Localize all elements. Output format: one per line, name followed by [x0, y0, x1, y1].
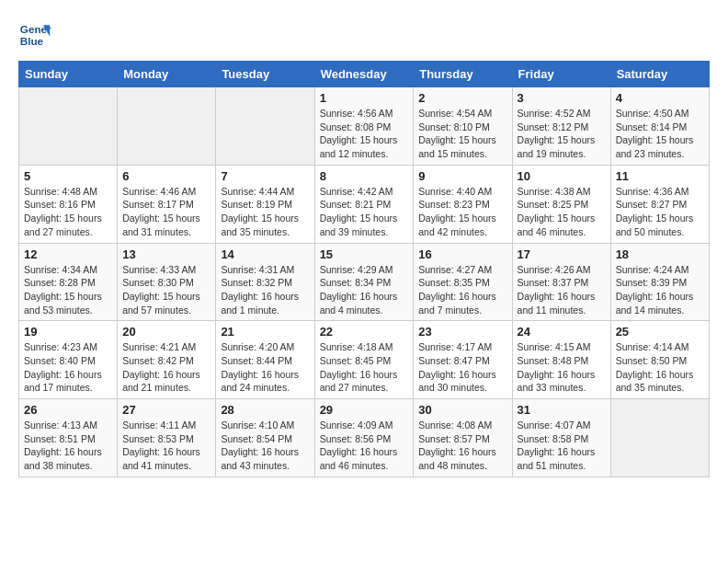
day-number: 14: [221, 247, 309, 261]
calendar-cell: 14Sunrise: 4:31 AM Sunset: 8:32 PM Dayli…: [216, 243, 314, 321]
calendar-cell: 31Sunrise: 4:07 AM Sunset: 8:58 PM Dayli…: [512, 399, 610, 477]
day-info: Sunrise: 4:38 AM Sunset: 8:25 PM Dayligh…: [518, 185, 606, 239]
day-number: 2: [418, 91, 506, 105]
calendar-cell: 22Sunrise: 4:18 AM Sunset: 8:45 PM Dayli…: [314, 321, 414, 399]
day-info: Sunrise: 4:23 AM Sunset: 8:40 PM Dayligh…: [24, 340, 112, 395]
calendar-cell: 20Sunrise: 4:21 AM Sunset: 8:42 PM Dayli…: [118, 321, 216, 399]
day-info: Sunrise: 4:17 AM Sunset: 8:47 PM Dayligh…: [418, 340, 506, 395]
calendar-cell: 16Sunrise: 4:27 AM Sunset: 8:35 PM Dayli…: [414, 243, 512, 321]
calendar-cell: 12Sunrise: 4:34 AM Sunset: 8:28 PM Dayli…: [19, 243, 118, 321]
day-number: 12: [24, 247, 112, 261]
calendar-cell: 11Sunrise: 4:36 AM Sunset: 8:27 PM Dayli…: [610, 165, 709, 243]
calendar-cell: 21Sunrise: 4:20 AM Sunset: 8:44 PM Dayli…: [216, 321, 314, 399]
day-number: 17: [518, 247, 606, 261]
calendar-cell: 25Sunrise: 4:14 AM Sunset: 8:50 PM Dayli…: [610, 321, 709, 399]
calendar-cell: 17Sunrise: 4:26 AM Sunset: 8:37 PM Dayli…: [512, 243, 610, 321]
day-info: Sunrise: 4:18 AM Sunset: 8:45 PM Dayligh…: [320, 340, 409, 395]
day-number: 30: [418, 403, 506, 417]
day-info: Sunrise: 4:21 AM Sunset: 8:42 PM Dayligh…: [122, 340, 210, 395]
day-info: Sunrise: 4:08 AM Sunset: 8:57 PM Dayligh…: [418, 419, 506, 473]
calendar-cell: [118, 87, 216, 166]
calendar-row: 26Sunrise: 4:13 AM Sunset: 8:51 PM Dayli…: [19, 399, 710, 477]
header: General Blue: [18, 18, 710, 52]
day-number: 24: [518, 325, 606, 339]
day-number: 1: [320, 91, 409, 105]
day-number: 18: [616, 247, 704, 261]
day-number: 11: [616, 169, 704, 183]
weekday-header: Tuesday: [216, 62, 314, 87]
calendar-cell: [216, 87, 314, 166]
day-info: Sunrise: 4:56 AM Sunset: 8:08 PM Dayligh…: [320, 107, 409, 161]
day-info: Sunrise: 4:40 AM Sunset: 8:23 PM Dayligh…: [418, 185, 506, 239]
calendar-cell: 23Sunrise: 4:17 AM Sunset: 8:47 PM Dayli…: [414, 321, 512, 399]
calendar-row: 1Sunrise: 4:56 AM Sunset: 8:08 PM Daylig…: [19, 87, 710, 166]
day-info: Sunrise: 4:34 AM Sunset: 8:28 PM Dayligh…: [24, 263, 112, 317]
day-number: 23: [418, 325, 506, 339]
day-number: 6: [122, 169, 210, 183]
day-number: 10: [518, 169, 606, 183]
calendar-cell: 27Sunrise: 4:11 AM Sunset: 8:53 PM Dayli…: [118, 399, 216, 477]
calendar-cell: 30Sunrise: 4:08 AM Sunset: 8:57 PM Dayli…: [414, 399, 512, 477]
calendar-cell: 2Sunrise: 4:54 AM Sunset: 8:10 PM Daylig…: [414, 87, 512, 166]
day-number: 4: [616, 91, 704, 105]
svg-text:Blue: Blue: [20, 35, 44, 47]
calendar-cell: 29Sunrise: 4:09 AM Sunset: 8:56 PM Dayli…: [314, 399, 414, 477]
calendar-row: 5Sunrise: 4:48 AM Sunset: 8:16 PM Daylig…: [19, 165, 710, 243]
day-number: 29: [320, 403, 409, 417]
day-number: 7: [221, 169, 309, 183]
day-info: Sunrise: 4:13 AM Sunset: 8:51 PM Dayligh…: [24, 419, 112, 473]
day-info: Sunrise: 4:24 AM Sunset: 8:39 PM Dayligh…: [616, 263, 704, 317]
calendar-header-row: SundayMondayTuesdayWednesdayThursdayFrid…: [19, 62, 710, 87]
day-number: 19: [24, 325, 112, 339]
day-info: Sunrise: 4:11 AM Sunset: 8:53 PM Dayligh…: [122, 419, 210, 473]
day-number: 21: [221, 325, 309, 339]
day-number: 16: [418, 247, 506, 261]
calendar-cell: 19Sunrise: 4:23 AM Sunset: 8:40 PM Dayli…: [19, 321, 118, 399]
calendar-cell: 15Sunrise: 4:29 AM Sunset: 8:34 PM Dayli…: [314, 243, 414, 321]
calendar-row: 19Sunrise: 4:23 AM Sunset: 8:40 PM Dayli…: [19, 321, 710, 399]
day-info: Sunrise: 4:09 AM Sunset: 8:56 PM Dayligh…: [320, 419, 409, 473]
day-info: Sunrise: 4:46 AM Sunset: 8:17 PM Dayligh…: [122, 185, 210, 239]
calendar-cell: [19, 87, 118, 166]
calendar-cell: 13Sunrise: 4:33 AM Sunset: 8:30 PM Dayli…: [118, 243, 216, 321]
day-info: Sunrise: 4:15 AM Sunset: 8:48 PM Dayligh…: [518, 340, 606, 395]
calendar-cell: 10Sunrise: 4:38 AM Sunset: 8:25 PM Dayli…: [512, 165, 610, 243]
day-number: 9: [418, 169, 506, 183]
day-info: Sunrise: 4:20 AM Sunset: 8:44 PM Dayligh…: [221, 340, 309, 395]
weekday-header: Sunday: [19, 62, 118, 87]
calendar-cell: 5Sunrise: 4:48 AM Sunset: 8:16 PM Daylig…: [19, 165, 118, 243]
calendar-cell: 4Sunrise: 4:50 AM Sunset: 8:14 PM Daylig…: [610, 87, 709, 166]
day-info: Sunrise: 4:48 AM Sunset: 8:16 PM Dayligh…: [24, 185, 112, 239]
day-number: 5: [24, 169, 112, 183]
weekday-header: Wednesday: [314, 62, 414, 87]
day-number: 15: [320, 247, 409, 261]
calendar-cell: 8Sunrise: 4:42 AM Sunset: 8:21 PM Daylig…: [314, 165, 414, 243]
weekday-header: Friday: [512, 62, 610, 87]
day-number: 22: [320, 325, 409, 339]
calendar-row: 12Sunrise: 4:34 AM Sunset: 8:28 PM Dayli…: [19, 243, 710, 321]
day-info: Sunrise: 4:42 AM Sunset: 8:21 PM Dayligh…: [320, 185, 409, 239]
day-number: 8: [320, 169, 409, 183]
day-info: Sunrise: 4:44 AM Sunset: 8:19 PM Dayligh…: [221, 185, 309, 239]
calendar-cell: 24Sunrise: 4:15 AM Sunset: 8:48 PM Dayli…: [512, 321, 610, 399]
calendar-cell: 18Sunrise: 4:24 AM Sunset: 8:39 PM Dayli…: [610, 243, 709, 321]
day-info: Sunrise: 4:31 AM Sunset: 8:32 PM Dayligh…: [221, 263, 309, 317]
day-info: Sunrise: 4:50 AM Sunset: 8:14 PM Dayligh…: [616, 107, 704, 161]
day-number: 31: [518, 403, 606, 417]
day-info: Sunrise: 4:54 AM Sunset: 8:10 PM Dayligh…: [418, 107, 506, 161]
calendar-cell: 7Sunrise: 4:44 AM Sunset: 8:19 PM Daylig…: [216, 165, 314, 243]
calendar-cell: 9Sunrise: 4:40 AM Sunset: 8:23 PM Daylig…: [414, 165, 512, 243]
day-info: Sunrise: 4:33 AM Sunset: 8:30 PM Dayligh…: [122, 263, 210, 317]
day-info: Sunrise: 4:52 AM Sunset: 8:12 PM Dayligh…: [518, 107, 606, 161]
weekday-header: Monday: [118, 62, 216, 87]
day-info: Sunrise: 4:14 AM Sunset: 8:50 PM Dayligh…: [616, 340, 704, 395]
logo: General Blue: [18, 18, 55, 52]
day-number: 20: [122, 325, 210, 339]
calendar-cell: 26Sunrise: 4:13 AM Sunset: 8:51 PM Dayli…: [19, 399, 118, 477]
logo-icon: General Blue: [18, 18, 51, 52]
day-number: 3: [518, 91, 606, 105]
day-number: 27: [122, 403, 210, 417]
day-number: 13: [122, 247, 210, 261]
calendar-table: SundayMondayTuesdayWednesdayThursdayFrid…: [18, 61, 710, 477]
day-info: Sunrise: 4:36 AM Sunset: 8:27 PM Dayligh…: [616, 185, 704, 239]
